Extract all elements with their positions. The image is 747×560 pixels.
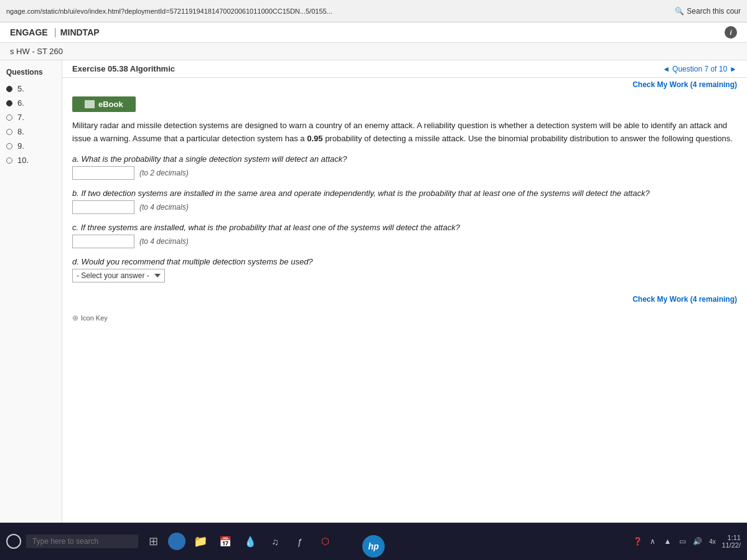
sidebar-dot-8 xyxy=(6,129,12,135)
sidebar-item-5[interactable]: 5. xyxy=(0,82,62,96)
sidebar-num-6: 6. xyxy=(17,98,24,108)
sidebar-dot-6 xyxy=(6,100,12,106)
sub-a-input-row: (to 2 decimals) xyxy=(72,166,737,180)
taskbar-right: ❓ ∧ ▲ ▭ 🔊 4x 1:11 11/22/ xyxy=(632,534,741,549)
sub-c-hint: (to 4 decimals) xyxy=(139,237,189,246)
time-display: 1:11 xyxy=(721,534,741,541)
question-header: Exercise 05.38 Algorithmic ◄ Question 7 … xyxy=(62,60,747,78)
tray-question-icon[interactable]: ❓ xyxy=(632,536,643,547)
tray-screen-icon[interactable]: ▭ xyxy=(677,536,688,547)
sidebar-header: Questions xyxy=(0,65,62,82)
sidebar-dot-7 xyxy=(6,114,12,121)
sidebar-item-9[interactable]: 9. xyxy=(0,139,62,153)
taskbar-music-icon[interactable]: ♫ xyxy=(265,531,285,551)
sub-c-input[interactable] xyxy=(72,235,134,248)
tray-up-icon[interactable]: ∧ xyxy=(647,536,658,547)
taskbar-lambda-icon[interactable]: ƒ xyxy=(290,531,310,551)
sidebar: Questions 5. 6. 7. 8. 9. xyxy=(0,60,62,523)
key-icon: ⊕ xyxy=(72,314,78,322)
sub-d-input-row: - Select your answer - Yes No xyxy=(72,269,737,282)
sub-c-label: c. If three systems are installed, what … xyxy=(72,223,737,232)
check-my-work-bottom: Check My Work (4 remaining) xyxy=(62,287,747,311)
browser-chrome: ngage.com/static/nb/ui/evo/index.html?de… xyxy=(0,0,747,22)
sidebar-dot-5 xyxy=(6,86,12,92)
hw-title: s HW - ST 260 xyxy=(10,47,63,56)
taskbar-folder-icon[interactable]: 📁 xyxy=(190,531,210,551)
sub-d-label: d. Would you recommend that multiple det… xyxy=(72,257,737,266)
sub-b-input[interactable] xyxy=(72,200,134,214)
taskbar-hp-logo: hp xyxy=(362,535,385,558)
sub-question-b: b. If two detection systems are installe… xyxy=(62,185,747,219)
search-label: Search this cour xyxy=(687,7,741,16)
content-area: Questions 5. 6. 7. 8. 9. xyxy=(0,60,747,523)
sub-b-label: b. If two detection systems are installe… xyxy=(72,189,737,198)
sub-a-label: a. What is the probability that a single… xyxy=(72,154,737,164)
check-my-work-top-link[interactable]: Check My Work (4 remaining) xyxy=(632,80,737,89)
main-wrapper: ENGAGE | MINDTAP i s HW - ST 260 Questio… xyxy=(0,22,747,523)
icon-key-label: Icon Key xyxy=(81,314,108,322)
ebook-button[interactable]: eBook xyxy=(72,96,136,112)
sidebar-num-5: 5. xyxy=(17,84,24,93)
taskbar-browser-icon[interactable] xyxy=(168,533,186,550)
sub-question-a: a. What is the probability that a single… xyxy=(62,151,747,185)
browser-search[interactable]: 🔍 Search this cour xyxy=(675,7,741,16)
sidebar-item-7[interactable]: 7. xyxy=(0,110,62,124)
engage-label[interactable]: ENGAGE xyxy=(10,27,48,37)
sub-b-input-row: (to 4 decimals) xyxy=(72,200,737,214)
hw-bar: s HW - ST 260 xyxy=(0,43,747,60)
sidebar-item-8[interactable]: 8. xyxy=(0,124,62,139)
hp-logo: hp xyxy=(362,535,385,558)
tray-volume-level: 4x xyxy=(707,536,718,547)
check-my-work-bottom-link[interactable]: Check My Work (4 remaining) xyxy=(632,295,737,304)
ebook-label: eBook xyxy=(98,100,123,109)
prev-question-button[interactable]: ◄ xyxy=(662,65,670,73)
taskbar-time: 1:11 11/22/ xyxy=(721,534,741,549)
sidebar-num-8: 8. xyxy=(17,127,24,136)
sub-c-input-row: (to 4 decimals) xyxy=(72,235,737,248)
sub-a-hint: (to 2 decimals) xyxy=(139,169,189,177)
sidebar-dot-10 xyxy=(6,157,12,164)
nav-divider: | xyxy=(54,27,57,38)
mindtap-label[interactable]: MINDTAP xyxy=(60,27,100,37)
ebook-row: eBook xyxy=(62,91,747,117)
url-bar[interactable]: ngage.com/static/nb/ui/evo/index.html?de… xyxy=(6,7,675,15)
sub-question-c: c. If three systems are installed, what … xyxy=(62,219,747,253)
sidebar-num-7: 7. xyxy=(17,113,24,122)
sidebar-num-9: 9. xyxy=(17,141,24,151)
taskbar-windows-icon[interactable]: ⊞ xyxy=(143,531,163,551)
question-nav: ◄ Question 7 of 10 ► xyxy=(662,65,737,73)
taskbar-dropbox-icon[interactable]: 💧 xyxy=(240,531,260,551)
sub-b-hint: (to 4 decimals) xyxy=(139,203,189,212)
ebook-book-icon xyxy=(85,100,95,108)
search-icon: 🔍 xyxy=(675,7,684,16)
sub-question-d: d. Would you recommend that multiple det… xyxy=(62,253,747,287)
taskbar-search-input[interactable] xyxy=(26,534,138,548)
sub-a-input[interactable] xyxy=(72,166,134,180)
sub-d-select[interactable]: - Select your answer - Yes No xyxy=(72,269,165,282)
info-button[interactable]: i xyxy=(725,26,737,39)
top-nav: ENGAGE | MINDTAP i xyxy=(0,22,747,43)
taskbar-calendar-icon[interactable]: 📅 xyxy=(215,531,235,551)
sidebar-item-10[interactable]: 10. xyxy=(0,153,62,167)
sidebar-item-6[interactable]: 6. xyxy=(0,96,62,110)
question-body: Military radar and missile detection sys… xyxy=(62,117,747,151)
taskbar: ⊞ 📁 📅 💧 ♫ ƒ ⬡ hp ❓ ∧ ▲ ▭ 🔊 4x 1:11 11/22… xyxy=(0,523,747,560)
check-my-work-top: Check My Work (4 remaining) xyxy=(62,78,747,91)
question-text: Military radar and missile detection sys… xyxy=(72,121,733,143)
date-display: 11/22/ xyxy=(721,541,741,549)
exercise-title: Exercise 05.38 Algorithmic xyxy=(72,64,175,73)
question-indicator: Question 7 of 10 xyxy=(672,65,727,73)
sidebar-dot-9 xyxy=(6,143,12,149)
icon-key-row: ⊕ Icon Key xyxy=(62,311,747,325)
main-content: Exercise 05.38 Algorithmic ◄ Question 7 … xyxy=(62,60,747,523)
tray-network-icon[interactable]: ▲ xyxy=(662,536,673,547)
start-button[interactable] xyxy=(6,534,21,549)
next-question-button[interactable]: ► xyxy=(730,65,737,73)
taskbar-red-icon[interactable]: ⬡ xyxy=(315,531,335,551)
tray-volume-icon[interactable]: 🔊 xyxy=(692,536,703,547)
sidebar-num-10: 10. xyxy=(17,156,29,165)
